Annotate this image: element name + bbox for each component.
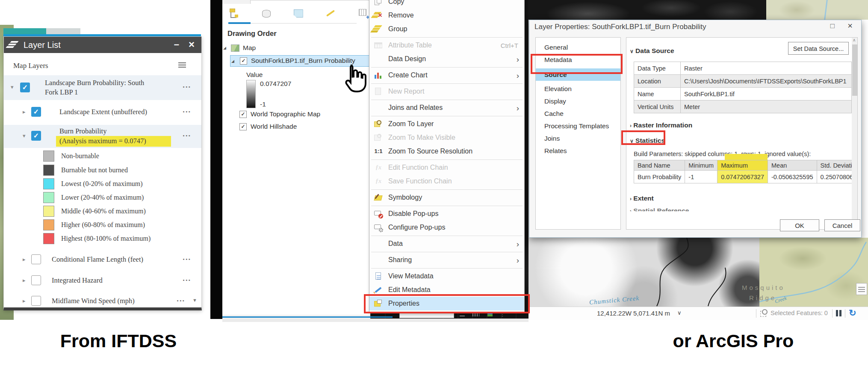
layer-checkbox[interactable] (31, 254, 41, 264)
basemap-label[interactable]: World Topographic Map (251, 110, 320, 118)
legend-swatch (43, 165, 54, 176)
stats-cell: -1 (685, 171, 717, 183)
menu-item-view-metadata[interactable]: View Metadata (369, 269, 524, 283)
refresh-icon[interactable]: ↻ (849, 308, 856, 318)
layer-checkbox[interactable] (31, 296, 41, 306)
menu-item-data-design[interactable]: Data Design› (369, 52, 524, 66)
check-icon: ✓ (241, 111, 245, 117)
chevron-right-icon: › (630, 123, 632, 129)
cancel-button[interactable]: Cancel (824, 219, 860, 231)
menu-item-remove[interactable]: Remove (369, 9, 524, 22)
tab-relates[interactable]: Relates (536, 145, 620, 157)
layer-options-button[interactable]: ••• (183, 109, 191, 115)
layer-row-landscape-extent[interactable]: ▸ ✓ Landscape Extent (unbuffered) ••• (4, 105, 201, 121)
coordinates-display[interactable]: 12,412.22W 5,071.41N m (597, 310, 670, 317)
layer-checkbox[interactable]: ✓ (31, 107, 41, 117)
submenu-arrow-icon: › (517, 55, 519, 63)
menu-separator (371, 189, 523, 190)
list-by-drawing-order-icon[interactable] (227, 7, 240, 20)
layer-options-button[interactable]: ••• (183, 256, 191, 263)
pause-drawing-icon[interactable] (836, 310, 842, 316)
layer-options-button[interactable]: ••• (183, 133, 191, 139)
menu-item-joins-and-relates[interactable]: Joins and Relates› (369, 101, 524, 115)
tab-processing-templates[interactable]: Processing Templates (536, 120, 620, 132)
ok-button[interactable]: OK (780, 219, 819, 231)
restore-window-icon[interactable]: □ (830, 22, 835, 30)
dialog-scrollbar[interactable]: ∧ ∨ (852, 38, 858, 229)
menu-item-create-chart[interactable]: Create Chart› (369, 68, 524, 82)
menu-item-sharing[interactable]: Sharing› (369, 253, 524, 267)
layer-row-midflame-wind-speed[interactable]: ▸ Midflame Wind Speed (mph) ••• ▼ (4, 294, 201, 308)
layer-checkbox[interactable]: ✓ (20, 83, 30, 92)
list-by-snapping-icon[interactable] (357, 7, 370, 20)
check-icon: ✓ (241, 124, 245, 130)
tree-expand-icon[interactable]: ◢ (231, 59, 234, 63)
measure-tool-icon[interactable] (472, 313, 479, 316)
set-data-source-button[interactable]: Set Data Source... (788, 42, 849, 55)
menu-item-configure-popups[interactable]: Configure Pop-ups (369, 221, 524, 234)
layer-row-integrated-hazard[interactable]: ▸ Integrated Hazard ••• (4, 273, 201, 288)
raster-information-section-header[interactable]: › Raster Information (630, 121, 692, 129)
tab-joins[interactable]: Joins (536, 132, 620, 145)
catalog-pane-tab-icon[interactable] (856, 283, 867, 295)
layer-options-button[interactable]: ••• (177, 298, 185, 304)
tab-display[interactable]: Display (536, 95, 620, 107)
right-map-top-topo (766, 0, 868, 20)
expand-caret-icon[interactable]: ▸ (23, 298, 26, 304)
menu-item-disable-popups[interactable]: Disable Pop-ups (369, 207, 524, 221)
coordinates-dropdown-icon[interactable]: ∨ (677, 310, 682, 316)
check-icon: ✓ (33, 132, 39, 139)
tab-cache[interactable]: Cache (536, 107, 620, 120)
layer-row-landscape-burn-probability[interactable]: ▾ ✓ Landscape Burn Probability: South Fo… (4, 75, 201, 100)
scroll-up-icon[interactable]: ∧ (853, 38, 856, 42)
menu-item-zoom-to-layer[interactable]: Zoom To Layer (369, 117, 524, 131)
expand-caret-icon[interactable]: ▸ (23, 256, 26, 263)
basemap-label[interactable]: World Hillshade (251, 123, 297, 130)
filter-icon[interactable] (178, 62, 186, 68)
tab-elevation[interactable]: Elevation (536, 83, 620, 95)
data-source-section-header[interactable]: ∨ Data Source (630, 47, 674, 55)
tab-general[interactable]: General (536, 41, 620, 53)
expand-caret-icon[interactable]: ▸ (23, 109, 26, 115)
list-by-data-source-icon[interactable] (260, 7, 273, 20)
collapse-caret-icon[interactable]: ▾ (11, 84, 14, 91)
layer-visibility-checkbox[interactable]: ✓ (240, 57, 247, 65)
collapse-caret-icon[interactable]: ▾ (23, 133, 26, 139)
layer-checkbox[interactable]: ✓ (31, 131, 41, 141)
menu-item-data[interactable]: Data› (369, 237, 524, 251)
menu-item-copy[interactable]: Copy (369, 0, 524, 9)
tree-expand-icon[interactable]: ◢ (223, 46, 226, 50)
close-window-icon[interactable]: × (847, 21, 853, 31)
layer-label: Burn Probability (59, 127, 106, 136)
expand-caret-icon[interactable]: ▸ (23, 277, 26, 284)
menu-separator (371, 37, 523, 38)
menu-item-group[interactable]: Group (369, 22, 524, 36)
layer-row-burn-probability[interactable]: ▾ ✓ Burn Probability (Analysis maximum =… (4, 125, 201, 148)
ramp-min-value: -1 (260, 100, 266, 108)
minimize-button[interactable]: – (174, 38, 179, 51)
menu-item-symbology[interactable]: Symbology (369, 191, 524, 204)
menu-item-new-report: New Report (369, 85, 524, 98)
stats-cell-maximum: 0.07472067327 (717, 171, 768, 183)
layer-visibility-checkbox[interactable]: ✓ (239, 123, 247, 130)
edit-function-chain-icon: ƒx (374, 163, 383, 172)
close-icon[interactable]: × (189, 38, 195, 51)
scroll-down-icon[interactable]: ▼ (192, 298, 197, 303)
spacer-icon (374, 54, 383, 64)
layer-row-conditional-flame-length[interactable]: ▸ Conditional Flame Length (feet) ••• (4, 252, 201, 267)
layer-label: Landscape Extent (unbuffered) (59, 108, 147, 116)
layers-icon (10, 41, 19, 49)
layer-visibility-checkbox[interactable]: ✓ (239, 111, 247, 118)
color-ramp (246, 80, 256, 108)
ramp-max-value: 0.0747207 (260, 80, 291, 88)
scrollbar-thumb[interactable] (852, 44, 857, 96)
menu-item-zoom-to-source-resolution[interactable]: 1:1Zoom To Source Resolution (369, 145, 524, 158)
list-by-editing-icon[interactable] (325, 7, 337, 20)
extent-section-header[interactable]: › Extent (630, 195, 654, 202)
layer-checkbox[interactable] (31, 275, 41, 285)
layer-options-button[interactable]: ••• (183, 277, 191, 284)
list-by-selection-icon[interactable] (292, 7, 305, 20)
map-node-label[interactable]: Map (243, 44, 256, 52)
annotation-box-properties (364, 294, 530, 313)
layer-options-button[interactable]: ••• (183, 84, 191, 91)
